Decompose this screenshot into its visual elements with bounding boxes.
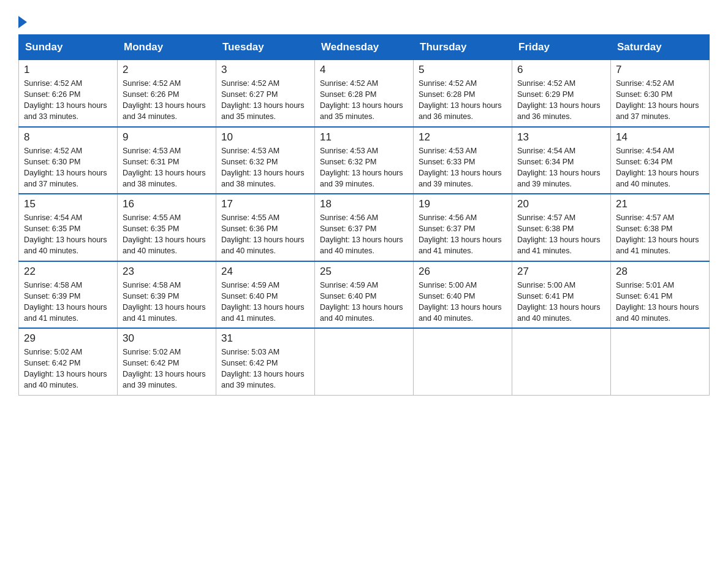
day-info: Sunrise: 4:58 AMSunset: 6:39 PMDaylight:… — [123, 280, 211, 324]
day-cell: 23 Sunrise: 4:58 AMSunset: 6:39 PMDaylig… — [118, 261, 216, 329]
day-number: 6 — [517, 64, 605, 76]
day-info: Sunrise: 4:52 AMSunset: 6:28 PMDaylight:… — [320, 78, 408, 123]
day-cell: 5 Sunrise: 4:52 AMSunset: 6:28 PMDayligh… — [414, 60, 512, 127]
day-info: Sunrise: 5:03 AMSunset: 6:42 PMDaylight:… — [221, 347, 309, 391]
day-number: 3 — [221, 64, 309, 76]
day-cell: 17 Sunrise: 4:55 AMSunset: 6:36 PMDaylig… — [216, 194, 315, 261]
day-cell: 16 Sunrise: 4:55 AMSunset: 6:35 PMDaylig… — [118, 194, 216, 261]
logo — [18, 12, 27, 28]
day-info: Sunrise: 4:58 AMSunset: 6:39 PMDaylight:… — [24, 280, 112, 324]
week-row-1: 1 Sunrise: 4:52 AMSunset: 6:26 PMDayligh… — [19, 60, 710, 127]
day-cell: 11 Sunrise: 4:53 AMSunset: 6:32 PMDaylig… — [315, 127, 414, 194]
day-cell: 4 Sunrise: 4:52 AMSunset: 6:28 PMDayligh… — [315, 60, 414, 127]
day-cell: 6 Sunrise: 4:52 AMSunset: 6:29 PMDayligh… — [512, 60, 611, 127]
day-cell — [512, 328, 611, 395]
day-cell: 20 Sunrise: 4:57 AMSunset: 6:38 PMDaylig… — [512, 194, 611, 261]
weekday-header-monday: Monday — [118, 35, 216, 60]
day-cell: 8 Sunrise: 4:52 AMSunset: 6:30 PMDayligh… — [19, 127, 118, 194]
day-info: Sunrise: 4:52 AMSunset: 6:30 PMDaylight:… — [616, 78, 704, 123]
day-number: 25 — [320, 266, 408, 278]
day-cell: 9 Sunrise: 4:53 AMSunset: 6:31 PMDayligh… — [118, 127, 216, 194]
weekday-header-thursday: Thursday — [414, 35, 512, 60]
day-cell: 27 Sunrise: 5:00 AMSunset: 6:41 PMDaylig… — [512, 261, 611, 329]
week-row-3: 15 Sunrise: 4:54 AMSunset: 6:35 PMDaylig… — [19, 194, 710, 261]
day-number: 5 — [419, 64, 507, 76]
day-info: Sunrise: 4:56 AMSunset: 6:37 PMDaylight:… — [419, 212, 507, 257]
page-header — [18, 12, 710, 28]
day-info: Sunrise: 5:01 AMSunset: 6:41 PMDaylight:… — [616, 280, 704, 324]
weekday-header-friday: Friday — [512, 35, 611, 60]
day-number: 28 — [616, 266, 704, 278]
day-cell: 31 Sunrise: 5:03 AMSunset: 6:42 PMDaylig… — [216, 328, 315, 395]
day-info: Sunrise: 4:53 AMSunset: 6:32 PMDaylight:… — [221, 145, 309, 190]
day-number: 30 — [123, 332, 211, 345]
calendar-table: SundayMondayTuesdayWednesdayThursdayFrid… — [18, 34, 710, 396]
day-cell: 19 Sunrise: 4:56 AMSunset: 6:37 PMDaylig… — [414, 194, 512, 261]
day-info: Sunrise: 4:52 AMSunset: 6:26 PMDaylight:… — [24, 78, 112, 123]
day-info: Sunrise: 4:53 AMSunset: 6:31 PMDaylight:… — [123, 145, 211, 190]
week-row-4: 22 Sunrise: 4:58 AMSunset: 6:39 PMDaylig… — [19, 261, 710, 329]
day-number: 21 — [616, 198, 704, 210]
day-info: Sunrise: 5:02 AMSunset: 6:42 PMDaylight:… — [24, 347, 112, 391]
day-number: 12 — [419, 131, 507, 144]
day-number: 23 — [123, 266, 211, 278]
week-row-2: 8 Sunrise: 4:52 AMSunset: 6:30 PMDayligh… — [19, 127, 710, 194]
day-cell: 15 Sunrise: 4:54 AMSunset: 6:35 PMDaylig… — [19, 194, 118, 261]
day-cell: 10 Sunrise: 4:53 AMSunset: 6:32 PMDaylig… — [216, 127, 315, 194]
day-cell: 18 Sunrise: 4:56 AMSunset: 6:37 PMDaylig… — [315, 194, 414, 261]
day-cell: 26 Sunrise: 5:00 AMSunset: 6:40 PMDaylig… — [414, 261, 512, 329]
weekday-header-sunday: Sunday — [19, 35, 118, 60]
day-cell: 21 Sunrise: 4:57 AMSunset: 6:38 PMDaylig… — [611, 194, 710, 261]
day-info: Sunrise: 4:55 AMSunset: 6:36 PMDaylight:… — [221, 212, 309, 257]
day-info: Sunrise: 4:56 AMSunset: 6:37 PMDaylight:… — [320, 212, 408, 257]
day-number: 11 — [320, 131, 408, 144]
day-info: Sunrise: 4:57 AMSunset: 6:38 PMDaylight:… — [616, 212, 704, 257]
weekday-header-row: SundayMondayTuesdayWednesdayThursdayFrid… — [19, 35, 710, 60]
day-number: 16 — [123, 198, 211, 210]
day-cell — [315, 328, 414, 395]
day-info: Sunrise: 4:59 AMSunset: 6:40 PMDaylight:… — [221, 280, 309, 324]
day-cell: 1 Sunrise: 4:52 AMSunset: 6:26 PMDayligh… — [19, 60, 118, 127]
day-number: 15 — [24, 198, 112, 210]
day-number: 22 — [24, 266, 112, 278]
day-number: 27 — [517, 266, 605, 278]
day-cell: 30 Sunrise: 5:02 AMSunset: 6:42 PMDaylig… — [118, 328, 216, 395]
day-info: Sunrise: 4:54 AMSunset: 6:35 PMDaylight:… — [24, 212, 112, 257]
day-info: Sunrise: 4:53 AMSunset: 6:33 PMDaylight:… — [419, 145, 507, 190]
day-number: 31 — [221, 332, 309, 345]
day-info: Sunrise: 4:54 AMSunset: 6:34 PMDaylight:… — [517, 145, 605, 190]
day-number: 18 — [320, 198, 408, 210]
day-info: Sunrise: 4:52 AMSunset: 6:28 PMDaylight:… — [419, 78, 507, 123]
day-cell: 14 Sunrise: 4:54 AMSunset: 6:34 PMDaylig… — [611, 127, 710, 194]
day-cell: 13 Sunrise: 4:54 AMSunset: 6:34 PMDaylig… — [512, 127, 611, 194]
day-number: 17 — [221, 198, 309, 210]
day-info: Sunrise: 4:52 AMSunset: 6:29 PMDaylight:… — [517, 78, 605, 123]
logo-arrow-icon — [18, 16, 27, 28]
day-info: Sunrise: 4:59 AMSunset: 6:40 PMDaylight:… — [320, 280, 408, 324]
day-number: 14 — [616, 131, 704, 144]
day-info: Sunrise: 5:00 AMSunset: 6:41 PMDaylight:… — [517, 280, 605, 324]
day-number: 26 — [419, 266, 507, 278]
weekday-header-wednesday: Wednesday — [315, 35, 414, 60]
day-number: 8 — [24, 131, 112, 144]
day-info: Sunrise: 5:02 AMSunset: 6:42 PMDaylight:… — [123, 347, 211, 391]
day-info: Sunrise: 4:52 AMSunset: 6:27 PMDaylight:… — [221, 78, 309, 123]
weekday-header-tuesday: Tuesday — [216, 35, 315, 60]
day-info: Sunrise: 4:53 AMSunset: 6:32 PMDaylight:… — [320, 145, 408, 190]
day-cell: 29 Sunrise: 5:02 AMSunset: 6:42 PMDaylig… — [19, 328, 118, 395]
day-cell: 2 Sunrise: 4:52 AMSunset: 6:26 PMDayligh… — [118, 60, 216, 127]
day-cell: 7 Sunrise: 4:52 AMSunset: 6:30 PMDayligh… — [611, 60, 710, 127]
day-cell: 24 Sunrise: 4:59 AMSunset: 6:40 PMDaylig… — [216, 261, 315, 329]
day-number: 13 — [517, 131, 605, 144]
weekday-header-saturday: Saturday — [611, 35, 710, 60]
day-number: 1 — [24, 64, 112, 76]
day-cell: 25 Sunrise: 4:59 AMSunset: 6:40 PMDaylig… — [315, 261, 414, 329]
day-number: 29 — [24, 332, 112, 345]
day-cell — [611, 328, 710, 395]
day-number: 24 — [221, 266, 309, 278]
day-cell: 22 Sunrise: 4:58 AMSunset: 6:39 PMDaylig… — [19, 261, 118, 329]
day-cell: 12 Sunrise: 4:53 AMSunset: 6:33 PMDaylig… — [414, 127, 512, 194]
day-info: Sunrise: 5:00 AMSunset: 6:40 PMDaylight:… — [419, 280, 507, 324]
day-number: 20 — [517, 198, 605, 210]
day-number: 2 — [123, 64, 211, 76]
